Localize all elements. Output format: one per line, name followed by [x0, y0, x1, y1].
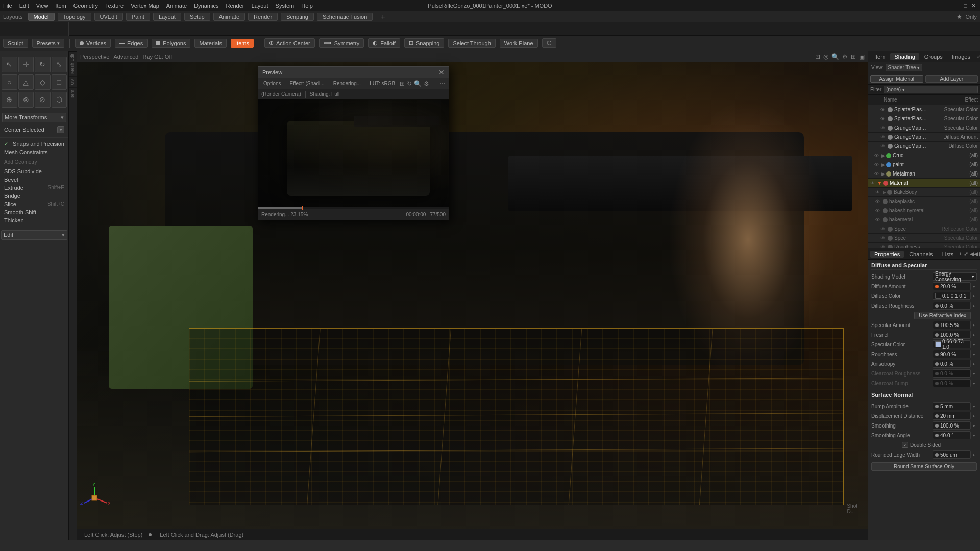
work-plane-btn[interactable]: Work Plane	[500, 39, 538, 48]
use-refractive-btn[interactable]: Use Refractive Index	[914, 312, 971, 319]
double-sided-checkbox[interactable]	[902, 442, 908, 448]
expand-paint[interactable]: ▶	[881, 162, 885, 167]
rounded-edge-arrow[interactable]: ▸	[971, 452, 977, 457]
advanced-label[interactable]: Advanced	[113, 54, 138, 60]
tool-g-icon[interactable]: ⊘	[35, 92, 51, 108]
shader-item-bakebody[interactable]: 👁 ▶ BakeBody (all)	[868, 188, 980, 197]
select-through-btn[interactable]: Select Through	[448, 39, 495, 48]
smooth-shift-item[interactable]: Smooth Shift	[1, 208, 67, 216]
diffuse-color-value[interactable]: 0.1 0.1 0.1	[933, 292, 971, 300]
preview-icon-zoom[interactable]: 🔍	[414, 80, 422, 87]
clearcoat-roughness-value[interactable]: 0.0 %	[933, 369, 971, 378]
anisotropy-arrow[interactable]: ▸	[971, 361, 977, 366]
layout-tab-render[interactable]: Render	[248, 13, 278, 21]
tool-a-icon[interactable]: ○	[2, 74, 17, 90]
bevel-item[interactable]: Bevel	[1, 176, 67, 184]
menu-vertexmap[interactable]: Vertex Map	[131, 3, 159, 9]
menu-animate[interactable]: Animate	[166, 3, 187, 9]
minimize-btn[interactable]: ─	[956, 3, 960, 9]
rp-tab-groups[interactable]: Groups	[920, 53, 947, 60]
menu-item[interactable]: Item	[55, 3, 66, 9]
eye-icon-1[interactable]: 👁	[880, 116, 888, 121]
preview-icon-copy[interactable]: ⊞	[400, 80, 405, 87]
specular-amount-value[interactable]: 100.5 %	[933, 321, 971, 329]
center-selected-dropdown[interactable]: ▾	[57, 126, 64, 133]
layout-tab-model[interactable]: Model	[28, 13, 55, 21]
shader-item-crud[interactable]: 👁 ▶ Crud (all)	[868, 151, 980, 160]
preview-lut-btn[interactable]: LUT: sRGB	[368, 80, 397, 87]
slice-item[interactable]: Slice Shift+C	[1, 200, 67, 208]
polygons-btn[interactable]: Polygons	[152, 39, 190, 48]
tool-c-icon[interactable]: ◇	[35, 74, 51, 90]
menu-help[interactable]: Help	[301, 3, 313, 9]
eye-icon-crud[interactable]: 👁	[874, 153, 881, 158]
shader-item-bakemetal[interactable]: 👁 bakemetal (all)	[868, 215, 980, 224]
close-btn[interactable]: ✕	[971, 3, 976, 9]
preview-shading-label[interactable]: Shading: Full	[310, 91, 339, 97]
extrude-item[interactable]: Extrude Shift+E	[1, 184, 67, 192]
side-tab-item[interactable]: Item	[69, 87, 77, 101]
props-tab-lists[interactable]: Lists	[938, 251, 958, 258]
layout-tab-topology[interactable]: Topology	[58, 13, 91, 21]
add-layer-btn[interactable]: Add Layer	[925, 75, 978, 83]
shading-model-dropdown[interactable]: Energy Conserving ▾	[933, 272, 977, 281]
layout-tab-paint[interactable]: Paint	[126, 13, 150, 21]
preview-effect-btn[interactable]: Effect: (Shadi...	[287, 80, 326, 87]
shader-item-roughness[interactable]: 👁 Roughness Specular Color	[868, 243, 980, 248]
smoothing-arrow[interactable]: ▸	[971, 423, 977, 428]
viewport-area[interactable]: ▶ Perspective Advanced Ray GL: Off ⊡ ◎ 🔍…	[69, 51, 868, 540]
tool-scale-icon[interactable]: ⤡	[52, 57, 67, 72]
displacement-arrow[interactable]: ▸	[971, 413, 977, 418]
snapping-btn[interactable]: ⊞ Snapping	[404, 38, 445, 48]
layout-tab-setup[interactable]: Setup	[184, 13, 210, 21]
vp-ctrl-3[interactable]: 🔍	[831, 53, 839, 60]
layout-tab-schematic[interactable]: Schematic Fusion	[317, 13, 373, 21]
shader-item-2[interactable]: 👁 GrungeMaps0136_.... Specular Color	[868, 123, 980, 133]
more-transforms-btn[interactable]: More Transforms	[2, 113, 66, 122]
layout-tab-add[interactable]: +	[376, 13, 390, 21]
diffuse-color-arrow[interactable]: ▸	[971, 293, 977, 298]
shader-item-material[interactable]: 👁 ▼ Material (all)	[868, 179, 980, 188]
eye-icon-4[interactable]: 👁	[880, 144, 888, 149]
diffuse-roughness-value[interactable]: 0.0 %	[933, 302, 971, 310]
shader-item-1[interactable]: 👁 SplatterPlastic001.... Specular Color	[868, 114, 980, 123]
symmetry-btn[interactable]: ⟺ Symmetry	[319, 38, 364, 48]
vp-ctrl-4[interactable]: ⚙	[842, 53, 848, 60]
rp-tab-images[interactable]: Images	[948, 53, 974, 60]
preview-icon-menu[interactable]: ⋯	[439, 80, 446, 87]
menu-file[interactable]: File	[3, 3, 12, 9]
smoothing-value[interactable]: 100.0 %	[933, 421, 971, 430]
rp-expand-icon[interactable]: ⤢	[975, 53, 980, 60]
smoothing-angle-arrow[interactable]: ▸	[971, 433, 977, 438]
shader-tree-dropdown[interactable]: Shader Tree ▾	[886, 64, 923, 71]
bump-arrow[interactable]: ▸	[971, 404, 977, 409]
specular-color-value[interactable]: 0.66 0.73 1.0	[933, 340, 971, 348]
tool-d-icon[interactable]: □	[52, 74, 67, 90]
layout-tab-uvedit[interactable]: UVEdit	[94, 13, 123, 21]
props-side-icon[interactable]: ⤢	[964, 251, 968, 257]
preview-rendering-btn[interactable]: Rendering...	[331, 80, 363, 87]
tool-move-icon[interactable]: ✛	[18, 57, 34, 72]
properties-scroll[interactable]: Diffuse and Specular Shading Model Energ…	[868, 260, 980, 475]
falloff-btn[interactable]: ◐ Falloff	[368, 38, 400, 48]
menu-layout[interactable]: Layout	[252, 3, 268, 9]
roughness-value[interactable]: 90.0 %	[933, 350, 971, 358]
eye-icon-material[interactable]: 👁	[870, 181, 877, 186]
maximize-btn[interactable]: □	[964, 3, 967, 9]
clearcoat-bump-value[interactable]: 0.0 %	[933, 379, 971, 387]
vp-ctrl-1[interactable]: ⊡	[815, 53, 820, 60]
clearcoat-roughness-arrow[interactable]: ▸	[971, 371, 977, 376]
shader-tree-scroll[interactable]: 👁 SplatterPlastic001.... Specular Color …	[868, 105, 980, 248]
mesh-constraints-item[interactable]: Mesh Constraints	[1, 148, 67, 156]
tool-rotate-icon[interactable]: ↻	[35, 57, 51, 72]
menu-view[interactable]: View	[36, 3, 48, 9]
eye-icon-bakemetal[interactable]: 👁	[875, 217, 883, 222]
shader-item-metalman[interactable]: 👁 ▶ Metalman (all)	[868, 169, 980, 179]
expand-bakebody[interactable]: ▶	[883, 190, 886, 195]
rp-tab-item[interactable]: Item	[870, 53, 889, 60]
props-expand-icon[interactable]: +	[959, 251, 962, 257]
roughness-arrow[interactable]: ▸	[971, 352, 977, 357]
tool-select-icon[interactable]: ↖	[2, 57, 17, 72]
action-center-btn[interactable]: ⊕ Action Center	[264, 38, 315, 48]
shader-item-3[interactable]: 👁 GrungeMaps0136_.... Diffuse Amount	[868, 133, 980, 142]
